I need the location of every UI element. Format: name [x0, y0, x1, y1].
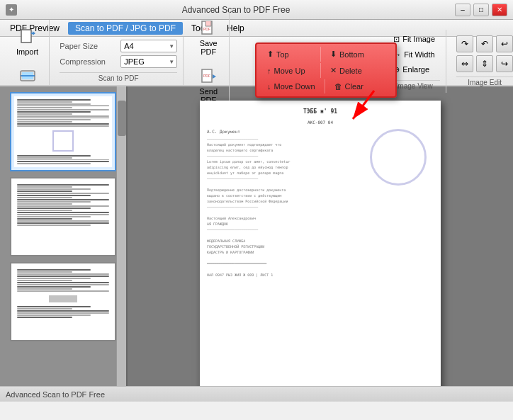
close-button[interactable]: ✕ [492, 4, 507, 16]
compression-wrapper: JPEG PNG TIFF [120, 55, 177, 68]
image-edit-label: Image Edit [456, 76, 513, 86]
arrow-annotation [339, 87, 381, 132]
paper-compression-group: Paper Size A4 Letter A3 Compression JPEG… [54, 37, 184, 85]
minimize-button[interactable]: – [455, 4, 470, 16]
save-pdf-icon: PDF [198, 18, 218, 38]
thumbnail-item-3[interactable] [10, 262, 116, 341]
app-icon: ✦ [6, 4, 17, 16]
document-content: ТЭББ н' 91 АКС-007 04 А.С. Документ ————… [200, 101, 441, 285]
main-toolbar: Import Scan Paper Size A4 Letter A3 Comp… [0, 37, 513, 86]
scroll-track [116, 86, 126, 386]
dropdown-row-2: ↑ Move Up ✕ Delete [261, 63, 391, 78]
window-controls: – □ ✕ [455, 4, 507, 16]
paper-size-row: Paper Size A4 Letter A3 [60, 40, 177, 52]
bottom-label: Bottom [339, 50, 364, 59]
delete-icon: ✕ [330, 66, 337, 75]
thumbnail-image-3 [14, 266, 112, 337]
move-up-icon: ↑ [267, 67, 271, 75]
svg-line-12 [353, 91, 374, 119]
svg-rect-0 [21, 30, 31, 42]
move-down-label: Move Down [274, 82, 315, 91]
save-send-group: PDF Save PDF PDF Send PDF [188, 11, 230, 110]
thumbnail-panel[interactable] [0, 86, 128, 386]
redo-button[interactable]: ↪ [496, 55, 513, 72]
document-stamp [370, 129, 427, 186]
image-edit-icons-2: ⇔ ⇕ ↪ [456, 55, 513, 72]
svg-text:PDF: PDF [203, 27, 210, 31]
svg-text:PDF: PDF [203, 74, 210, 78]
svg-marker-2 [33, 31, 35, 35]
flip-h-button[interactable]: ⇔ [456, 55, 473, 72]
thumb-doc-1 [14, 96, 112, 167]
move-down-icon: ↓ [267, 82, 271, 91]
dropdown-row-1: ⬆ Top ⬇ Bottom [261, 47, 391, 62]
status-text: Advanced Scan to PDF Free [6, 390, 105, 399]
scroll-thumb[interactable] [118, 101, 126, 136]
thumbnail-image-2 [14, 181, 112, 252]
restore-button[interactable]: □ [473, 4, 489, 16]
menu-scan-to-pdf[interactable]: Scan to PDF / JPG to PDF [68, 22, 183, 35]
delete-button[interactable]: ✕ Delete [324, 63, 380, 78]
title-bar: ✦ Advanced Scan to PDF Free – □ ✕ [0, 0, 513, 20]
move-up-label: Move Up [274, 67, 305, 75]
move-down-button[interactable]: ↓ Move Down [261, 79, 322, 93]
thumbnail-image-1 [14, 96, 112, 167]
scan-icon [18, 66, 38, 86]
move-up-button[interactable]: ↑ Move Up [261, 63, 317, 78]
paper-size-select[interactable]: A4 Letter A3 [120, 40, 177, 52]
separator-3 [325, 79, 325, 93]
bottom-icon: ⬇ [330, 50, 337, 59]
send-pdf-icon: PDF [198, 66, 218, 86]
bottom-button[interactable]: ⬇ Bottom [324, 47, 380, 62]
window-title: Advanced Scan to PDF Free [17, 5, 455, 15]
separator-1 [320, 47, 321, 62]
delete-label: Delete [339, 67, 362, 75]
paper-size-wrapper: A4 Letter A3 [120, 40, 177, 52]
image-edit-icons: ↷ ↶ ↩ [456, 35, 513, 52]
flip-v-button[interactable]: ⇕ [476, 55, 493, 72]
rotate-ccw-button[interactable]: ↶ [476, 35, 493, 52]
main-content: ТЭББ н' 91 АКС-007 04 А.С. Документ ————… [0, 86, 513, 386]
compression-select[interactable]: JPEG PNG TIFF [120, 55, 177, 68]
compression-label: Compression [60, 57, 116, 66]
status-bar: Advanced Scan to PDF Free [0, 386, 513, 402]
import-label: Import [16, 47, 38, 56]
thumbnail-item-1[interactable] [10, 92, 116, 171]
thumbnail-item-2[interactable] [10, 177, 116, 256]
enlarge-label: Enlarge [402, 65, 429, 74]
fit-image-label: Fit Image [402, 35, 435, 43]
document-page: ТЭББ н' 91 АКС-007 04 А.С. Документ ————… [200, 101, 441, 386]
image-nav-dropdown: ⬆ Top ⬇ Bottom ↑ Move Up ✕ Delete ↓ Mo [255, 42, 397, 98]
save-pdf-button[interactable]: PDF Save PDF [192, 14, 225, 59]
thumb-doc-2 [14, 181, 112, 252]
compression-row: Compression JPEG PNG TIFF [60, 55, 177, 68]
import-button[interactable]: Import [10, 23, 45, 59]
top-button[interactable]: ⬆ Top [261, 47, 317, 62]
top-label: Top [276, 50, 289, 59]
rotate-cw-button[interactable]: ↷ [456, 35, 473, 52]
scan-to-pdf-label: Scan to PDF [60, 72, 177, 82]
undo-button[interactable]: ↩ [496, 35, 513, 52]
paper-size-label: Paper Size [60, 42, 116, 50]
import-icon [18, 26, 38, 46]
top-icon: ⬆ [267, 50, 274, 59]
save-pdf-label: Save PDF [198, 39, 218, 56]
svg-marker-10 [213, 74, 216, 79]
fit-width-label: Fit Width [404, 50, 434, 59]
document-view[interactable]: ТЭББ н' 91 АКС-007 04 А.С. Документ ————… [128, 86, 513, 386]
image-edit-group: ↷ ↶ ↩ ⇔ ⇕ ↪ Image Edit [451, 33, 513, 89]
thumb-doc-3 [14, 266, 112, 337]
separator-2 [320, 63, 321, 78]
